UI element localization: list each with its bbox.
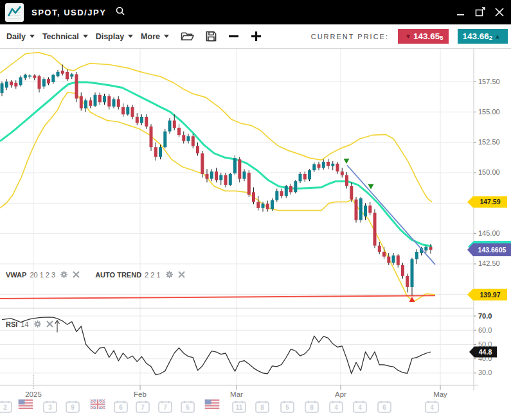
svg-text:5: 5 [285,404,289,411]
candle [201,151,204,178]
candle [89,98,92,109]
bid-price-pip: 5 [440,34,443,41]
candle [210,169,213,181]
price-tick-label: 145.00 [478,229,500,237]
svg-text:5: 5 [186,404,190,411]
vwap-settings-gear-icon[interactable] [60,270,68,279]
svg-text:2: 2 [3,404,7,411]
svg-text:4: 4 [334,404,338,411]
candle [163,129,166,148]
calendar-event-icon[interactable]: 5 [180,399,195,416]
candle [1,82,4,96]
rsi-legend-row: RSI 14 [6,320,53,328]
candle [5,79,8,90]
calendar-event-icon[interactable]: 9 [65,399,80,416]
rsi-tick-label: 70.0 [478,312,492,320]
calendar-event-icon[interactable]: 4 [424,399,440,416]
calendar-event-icon[interactable]: 6 [113,399,129,416]
sell-signal-triangle-icon [368,184,374,189]
candle [206,169,209,182]
candle [256,196,260,211]
chart-area[interactable]: 157.50155.00152.50150.00145.00142.5070.0… [0,49,511,420]
candle [47,77,50,85]
search-icon[interactable] [115,6,125,19]
candle [121,103,125,117]
candle [289,184,292,195]
calendar-event-icon[interactable]: 7 [135,399,150,416]
calendar-event-icon[interactable]: 8 [255,399,270,416]
chart-window: SPOT, USD/JPY [0,0,511,420]
candle [406,274,409,292]
candle [387,253,390,265]
calendar-event-icon[interactable]: 5 [280,399,295,416]
calendar-event-icon[interactable]: 7 [157,399,173,416]
save-icon[interactable] [206,31,217,42]
rsi-settings-gear-icon[interactable] [33,320,42,328]
popout-icon[interactable] [475,7,485,17]
candle [154,143,157,161]
chevron-down-icon [83,35,88,38]
auto-trend-indicator-label: AUTO TREND [95,271,141,279]
calendar-event-icon[interactable]: 3 [42,399,58,416]
calendar-event-icon[interactable]: 2 [0,399,13,416]
candle [140,114,143,125]
candle [10,80,13,88]
menu-timeframe[interactable]: Daily [6,32,35,41]
menu-technical[interactable]: Technical [42,32,88,41]
rsi-value-badge-text: 44.8 [479,348,492,356]
calendar-event-icon[interactable]: 4 [352,399,368,416]
candle [84,99,87,112]
uk-flag-icon[interactable] [91,399,105,412]
calendar-event-icon[interactable]: 6 [377,399,392,416]
candle [66,69,69,81]
minimize-icon[interactable] [456,7,466,17]
candle [308,169,311,181]
open-folder-icon[interactable] [181,31,194,42]
calendar-event-icon[interactable]: 11 [231,399,247,416]
candle [318,162,321,170]
svg-text:8: 8 [260,404,264,411]
auto-trend-settings-gear-icon[interactable] [165,270,174,279]
candle [415,249,418,264]
candle [275,189,278,202]
calendar-event-icon[interactable]: 4 [328,399,344,416]
calendar-event-icon[interactable]: 8 [304,399,319,416]
chevron-down-icon [164,35,169,38]
chevron-down-icon [30,35,35,38]
candle [378,242,381,254]
symbol-title: SPOT, USD/JPY [31,8,106,17]
chevron-down-icon [128,35,133,38]
candle [294,180,297,193]
candle [51,74,55,84]
rsi-indicator-params: 14 [21,320,28,328]
ask-price-value: 143.66 [463,31,489,41]
candle [28,74,31,79]
current-price-label: CURRENT PRICE: [311,33,389,40]
menu-more[interactable]: More [141,32,169,41]
zoom-out-icon[interactable] [228,31,239,42]
indicator-legend-row: VWAP 20 1 2 3 AUTO TREND [6,270,185,279]
zoom-in-icon[interactable] [251,31,262,42]
candle [299,172,302,183]
candle [229,173,232,186]
candle [238,157,241,182]
close-icon[interactable] [494,7,505,17]
price-rsi-plot: 157.50155.00152.50150.00145.00142.5070.0… [0,49,511,420]
candle [112,98,116,109]
candle [359,197,363,223]
candle [355,197,358,223]
candle [341,168,344,177]
auto-trend-remove-icon[interactable] [178,271,185,278]
svg-text:7: 7 [163,404,167,411]
vwap-remove-icon[interactable] [73,271,80,278]
svg-text:4: 4 [430,404,434,411]
rsi-remove-icon[interactable] [46,320,53,328]
candle [182,132,185,144]
candle [312,162,316,172]
title-bar: SPOT, USD/JPY [0,0,511,24]
ask-price-badge: 143.66 2 ▲ [458,29,508,44]
menu-display[interactable]: Display [96,32,133,41]
candle [368,202,372,215]
us-flag-icon[interactable] [19,399,33,412]
us-flag-icon[interactable] [205,399,220,412]
